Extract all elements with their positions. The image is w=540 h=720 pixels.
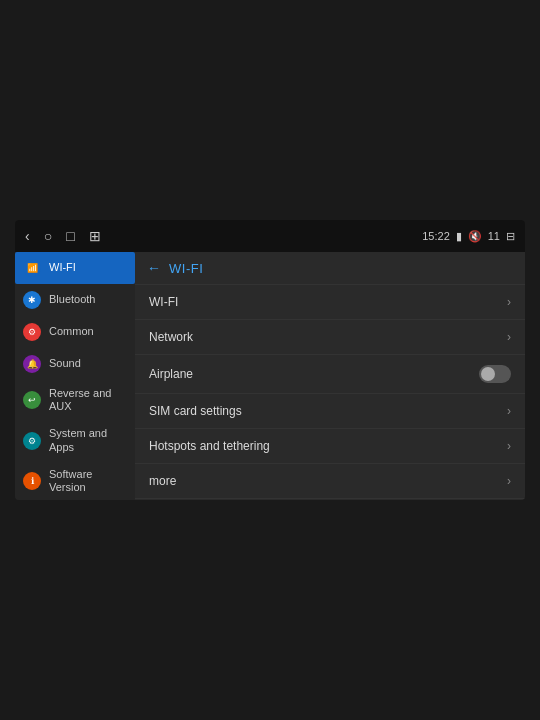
sidebar-icon-bluetooth: ✱ [23,291,41,309]
sidebar-icon-common: ⚙ [23,323,41,341]
menu-label-airplane: Airplane [149,367,193,381]
menu-label-hotspots: Hotspots and tethering [149,439,270,453]
sidebar-item-system[interactable]: ⚙ System and Apps [15,420,135,460]
sidebar-label-wifi: WI-FI [49,261,76,274]
chevron-icon-more: › [507,474,511,488]
sidebar-icon-reverse: ↩ [23,391,41,409]
menu-item-hotspots[interactable]: Hotspots and tethering › [135,429,525,464]
menu-icon: ⊟ [506,230,515,243]
sidebar-icon-sound: 🔔 [23,355,41,373]
sidebar-item-software[interactable]: ℹ Software Version [15,461,135,500]
menu-item-wifi[interactable]: WI-FI › [135,285,525,320]
back-nav-button[interactable]: ‹ [25,228,30,244]
menu-item-sim[interactable]: SIM card settings › [135,394,525,429]
menu-item-network[interactable]: Network › [135,320,525,355]
content-title: WI-FI [169,261,203,276]
time-display: 15:22 [422,230,450,242]
sidebar-label-bluetooth: Bluetooth [49,293,95,306]
status-bar: ‹ ○ □ ⊞ 15:22 ▮ 🔇 11 ⊟ [15,220,525,252]
nav-buttons: ‹ ○ □ ⊞ [25,228,101,244]
sidebar-label-software: Software Version [49,468,127,494]
sidebar-label-system: System and Apps [49,427,127,453]
menu-item-airplane[interactable]: Airplane [135,355,525,394]
main-area: 📶 WI-FI ✱ Bluetooth ⚙ Common 🔔 Sound ↩ R… [15,252,525,500]
sidebar-label-reverse: Reverse and AUX [49,387,127,413]
grid-nav-button[interactable]: ⊞ [89,228,101,244]
chevron-icon-sim: › [507,404,511,418]
menu-label-sim: SIM card settings [149,404,242,418]
home-nav-button[interactable]: ○ [44,228,52,244]
battery-icon: ▮ [456,230,462,243]
content-header: ← WI-FI [135,252,525,285]
menu-label-network: Network [149,330,193,344]
sidebar-item-common[interactable]: ⚙ Common [15,316,135,348]
content-panel: ← WI-FI WI-FI › Network › Airplane SIM c… [135,252,525,500]
menu-label-more: more [149,474,176,488]
sidebar-item-bluetooth[interactable]: ✱ Bluetooth [15,284,135,316]
sidebar-icon-system: ⚙ [23,432,41,450]
menu-item-more[interactable]: more › [135,464,525,499]
content-back-button[interactable]: ← [147,260,161,276]
screen: ‹ ○ □ ⊞ 15:22 ▮ 🔇 11 ⊟ 📶 WI-FI ✱ Bluetoo… [15,220,525,500]
sidebar-label-sound: Sound [49,357,81,370]
chevron-icon-network: › [507,330,511,344]
recents-nav-button[interactable]: □ [66,228,74,244]
sidebar-icon-wifi: 📶 [23,259,41,277]
toggle-airplane[interactable] [479,365,511,383]
signal-text: 11 [488,230,500,242]
chevron-icon-wifi: › [507,295,511,309]
sidebar-item-reverse[interactable]: ↩ Reverse and AUX [15,380,135,420]
menu-label-wifi: WI-FI [149,295,178,309]
sidebar-icon-software: ℹ [23,472,41,490]
sidebar-label-common: Common [49,325,94,338]
sidebar-item-wifi[interactable]: 📶 WI-FI [15,252,135,284]
status-indicators: 15:22 ▮ 🔇 11 ⊟ [422,230,515,243]
sidebar-item-sound[interactable]: 🔔 Sound [15,348,135,380]
chevron-icon-hotspots: › [507,439,511,453]
sidebar: 📶 WI-FI ✱ Bluetooth ⚙ Common 🔔 Sound ↩ R… [15,252,135,500]
volume-icon: 🔇 [468,230,482,243]
